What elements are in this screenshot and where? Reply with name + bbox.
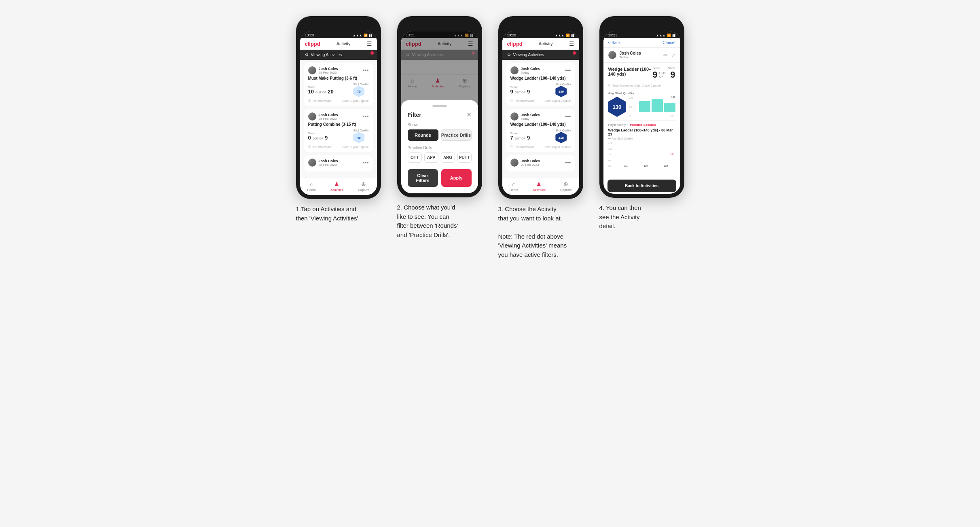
dots-3-3[interactable]: ••• xyxy=(565,159,571,166)
dots-1-1[interactable]: ••• xyxy=(363,67,369,74)
quality-badge-1-1: 75 xyxy=(353,86,364,97)
dots-3-1[interactable]: ••• xyxy=(565,67,571,74)
outof-1-1: OUT OF xyxy=(315,91,326,94)
ott-btn[interactable]: OTT xyxy=(408,152,422,163)
stats-row-1-1: Score 10 OUT OF 20 Shot Quality xyxy=(308,83,369,97)
nav-activities-3[interactable]: ♟ Activities xyxy=(533,181,546,192)
shots-value-1-1: 20 xyxy=(328,89,333,95)
signal-icon: ▲▲▲ xyxy=(353,34,362,37)
activity-item-1-3[interactable]: Josh Coles 28 Feb 2023 ••• xyxy=(304,155,373,171)
practice-session-label: Practice Session xyxy=(630,123,656,127)
detail-title-row: Wedge Ladder (100–140 yds) Score Shots 9… xyxy=(608,67,675,80)
practice-drills-btn[interactable]: Practice Drills xyxy=(441,129,472,141)
stat-group-score-1-1: Score 10 OUT OF 20 xyxy=(308,86,334,95)
quality-value-3-2: 118 xyxy=(559,136,564,140)
app-btn[interactable]: APP xyxy=(424,152,438,163)
nav-activities-1[interactable]: ♟ Activities xyxy=(330,181,343,192)
score-label-1-1: Score xyxy=(308,86,334,89)
viewing-activities-bar-3[interactable]: ⚙ Viewing Activities xyxy=(502,50,579,60)
detail-user-date: Today xyxy=(620,55,641,59)
detail-user-info: Josh Coles Today xyxy=(620,51,641,59)
caption-1: 1.Tap on Activities andthen 'Viewing Act… xyxy=(296,205,381,223)
score-value-3-1: 9 xyxy=(510,89,513,95)
score-shots-row-1-2: 0 OUT OF 9 xyxy=(308,135,328,141)
viewing-activities-bar-1[interactable]: ⚙ Viewing Activities xyxy=(300,50,377,60)
quality-label-1-1: Shot Quality xyxy=(353,83,368,86)
user-date-3-2: Today xyxy=(521,117,563,121)
outof-3-2: OUT OF xyxy=(515,137,525,140)
activity-item-1-2[interactable]: Josh Coles 28 Feb 2023 ••• Putting Combi… xyxy=(304,109,373,152)
nav-capture-3[interactable]: ⊕ Capture xyxy=(560,181,571,192)
wifi-icon: 📶 xyxy=(364,34,368,37)
user-name-1-1: Josh Coles xyxy=(319,67,360,71)
activity-item-3-2[interactable]: Josh Coles Today ••• Wedge Ladder (100–1… xyxy=(506,109,575,152)
menu-icon-1[interactable]: ☰ xyxy=(367,40,372,47)
dots-3-2[interactable]: ••• xyxy=(565,113,571,120)
quality-label-1-2: Shot Quality xyxy=(353,129,368,132)
player-activity-section: Player Activity › Practice Session Wedge… xyxy=(608,120,675,174)
wifi-icon-4: 📶 xyxy=(667,34,671,37)
avg-content: 130 100 50 0 xyxy=(608,97,675,117)
chart-bar-3-value: 124 xyxy=(664,165,668,167)
expand-icon[interactable]: ⤢ xyxy=(671,52,675,58)
viewing-activities-label-1: Viewing Activities xyxy=(311,53,342,57)
y-label-50: 50 xyxy=(629,106,637,108)
player-activity-label: Player Activity xyxy=(608,123,626,126)
user-info-1-2: Josh Coles 28 Feb 2023 xyxy=(319,113,360,121)
back-btn[interactable]: < Back xyxy=(608,40,621,45)
home-icon-1: ⌂ xyxy=(310,181,313,187)
detail-data-capture: Data: Clippd Capture xyxy=(634,84,660,87)
activity-item-3-3[interactable]: Josh Coles 28 Feb 2023 ••• xyxy=(506,155,575,171)
putt-btn[interactable]: PUTT xyxy=(457,152,472,163)
activity-item-1-1[interactable]: Josh Coles 28 Feb 2023 ••• Must Make Put… xyxy=(304,63,373,106)
arrow-separator: › xyxy=(627,123,628,126)
caption-2: 2. Choose what you'dlike to see. You can… xyxy=(397,203,482,239)
arg-btn[interactable]: ARG xyxy=(441,152,455,163)
app-title-1: Activity xyxy=(337,41,351,46)
chart-bar-1-value: 132 xyxy=(623,165,627,167)
capture-icon-3: ⊕ xyxy=(563,181,568,187)
detail-score-value: 9 xyxy=(652,70,657,80)
apply-btn[interactable]: Apply xyxy=(441,169,472,187)
nav-home-3[interactable]: ⌂ Home xyxy=(510,181,518,192)
phone-4-notch xyxy=(626,20,658,30)
stats-row-1-2: Score 0 OUT OF 9 Shot Quality xyxy=(308,129,369,143)
app-logo-3: clippd xyxy=(507,41,523,47)
menu-icon-3[interactable]: ☰ xyxy=(569,40,574,47)
data-row-3-1: ⓘ Test Information Data: Clippd Capture xyxy=(510,99,571,103)
nav-home-1[interactable]: ⌂ Home xyxy=(307,181,316,192)
nav-capture-1[interactable]: ⊕ Capture xyxy=(358,181,369,192)
activity-item-3-1[interactable]: Josh Coles Today ••• Wedge Ladder (100–1… xyxy=(506,63,575,106)
edit-icon[interactable]: ✏ xyxy=(663,52,668,58)
data-capture-3-2: Data: Clippd Capture xyxy=(544,146,571,148)
filter-sheet: Filter ✕ Show Rounds Practice Drills Pra… xyxy=(401,100,478,193)
avatar-3-3 xyxy=(510,159,519,167)
dots-1-2[interactable]: ••• xyxy=(363,113,369,120)
phone-1-frame: 13:20 ▲▲▲ 📶 ▮▮ clippd Activity ☰ ⚙ Viewi… xyxy=(296,16,381,199)
back-to-activities-btn[interactable]: Back to Activities xyxy=(607,180,676,192)
user-date-3-3: 28 Feb 2023 xyxy=(521,163,563,167)
user-date-1-3: 28 Feb 2023 xyxy=(319,163,360,167)
filter-header: Filter ✕ xyxy=(408,111,472,119)
clear-filters-btn[interactable]: Clear Filters xyxy=(408,169,438,187)
status-bar-3: 13:20 ▲▲▲ 📶 ▮▮ xyxy=(502,32,579,38)
red-dot-1 xyxy=(370,51,374,55)
signal-icon-3: ▲▲▲ xyxy=(555,34,565,37)
data-info-3-1: ⓘ Test Information xyxy=(510,99,535,103)
settings-icon-3: ⚙ xyxy=(507,53,511,57)
activities-icon-1: ♟ xyxy=(334,181,339,187)
cancel-btn[interactable]: Cancel xyxy=(663,40,675,45)
user-name-3-3: Josh Coles xyxy=(521,159,563,163)
shots-value-1-2: 9 xyxy=(325,135,328,141)
status-icons-4: ▲▲▲ 📶 ▮▮ xyxy=(656,34,675,37)
stat-group-quality-1-1: Shot Quality 75 xyxy=(353,83,368,97)
score-label-1-2: Score xyxy=(308,132,328,135)
rounds-btn[interactable]: Rounds xyxy=(408,129,438,141)
dots-1-3[interactable]: ••• xyxy=(363,159,369,166)
status-time-4: 13:21 xyxy=(608,33,618,37)
score-shots-row-3-1: 9 OUT OF 9 xyxy=(510,89,530,95)
filter-close-icon[interactable]: ✕ xyxy=(466,111,472,119)
phone-2-col: 13:21 ▲▲▲ 📶 ▮▮ clippd Activity ☰ ⚙ Viewi… xyxy=(395,16,484,239)
home-icon-3: ⌂ xyxy=(512,181,515,187)
phone-3-col: 13:20 ▲▲▲ 📶 ▮▮ clippd Activity ☰ ⚙ Viewi… xyxy=(496,16,585,259)
